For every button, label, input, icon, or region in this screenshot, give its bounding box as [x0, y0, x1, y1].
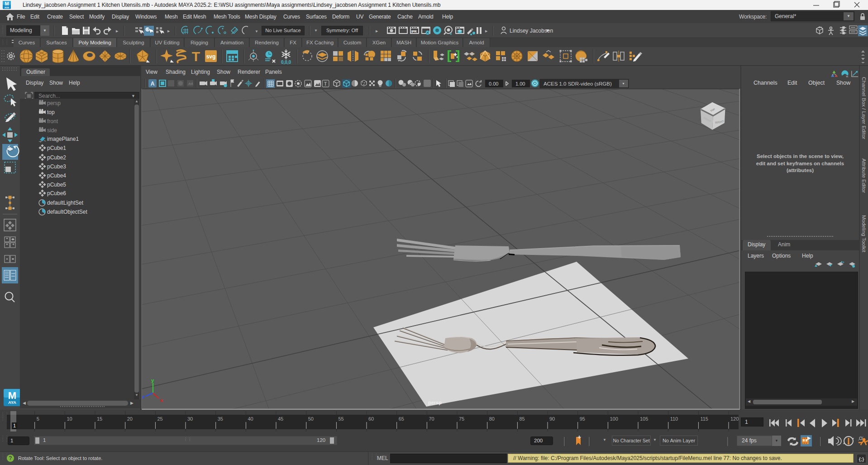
svg-text:{;}: {;} — [859, 456, 864, 462]
svg-text:▼: ▼ — [255, 29, 258, 34]
svg-text:50: 50 — [308, 416, 314, 422]
svg-text:10: 10 — [67, 416, 72, 422]
svg-text:0.00: 0.00 — [489, 81, 498, 86]
svg-text:▼: ▼ — [622, 82, 625, 85]
svg-text:110: 110 — [670, 416, 678, 422]
svg-text:▶: ▶ — [116, 29, 119, 33]
svg-text:x: x — [160, 398, 163, 403]
svg-text:90: 90 — [549, 416, 555, 422]
svg-text:105: 105 — [640, 416, 648, 422]
svg-text:35: 35 — [218, 416, 223, 422]
svg-text:65: 65 — [399, 416, 404, 422]
svg-text:25: 25 — [157, 416, 162, 422]
svg-text:1.00: 1.00 — [515, 81, 525, 86]
svg-text:y: y — [151, 378, 154, 383]
svg-text:z: z — [142, 394, 145, 399]
svg-text:55: 55 — [338, 416, 343, 422]
svg-text:ACES 1.0 SDR-video (sRGB): ACES 1.0 SDR-video (sRGB) — [544, 81, 612, 86]
svg-text:Lindsey Jacobsen: Lindsey Jacobsen — [510, 28, 553, 34]
svg-text:20: 20 — [127, 416, 133, 422]
svg-text:A: A — [151, 81, 155, 87]
svg-text:M: M — [8, 390, 16, 401]
svg-text:45: 45 — [278, 416, 283, 422]
svg-text:80: 80 — [489, 416, 495, 422]
svg-text:▶: ▶ — [485, 29, 488, 33]
svg-text:95: 95 — [580, 416, 585, 422]
svg-text:100: 100 — [610, 416, 618, 422]
svg-text:115: 115 — [700, 416, 708, 422]
svg-text:T: T — [324, 81, 327, 86]
svg-text:persp: persp — [428, 400, 442, 405]
svg-text:AYA: AYA — [5, 6, 10, 9]
svg-text:x: x — [450, 32, 452, 36]
svg-text:70: 70 — [429, 416, 434, 422]
svg-text:40: 40 — [248, 416, 253, 422]
svg-text:30: 30 — [187, 416, 193, 422]
svg-text:svg: svg — [206, 53, 216, 60]
svg-text:T: T — [192, 49, 200, 64]
svg-text:5: 5 — [37, 416, 39, 422]
svg-text:▶: ▶ — [167, 29, 170, 33]
svg-text:M: M — [5, 1, 9, 6]
svg-text:▶: ▶ — [376, 29, 378, 33]
svg-text:120: 120 — [730, 416, 739, 422]
svg-text:AYA: AYA — [8, 400, 16, 405]
svg-text:IPR: IPR — [411, 30, 417, 33]
svg-text:15: 15 — [97, 416, 102, 422]
svg-text:60: 60 — [368, 416, 374, 422]
svg-text:75: 75 — [459, 416, 464, 422]
svg-text:85: 85 — [519, 416, 525, 422]
svg-text:0,0,0: 0,0,0 — [281, 60, 291, 65]
